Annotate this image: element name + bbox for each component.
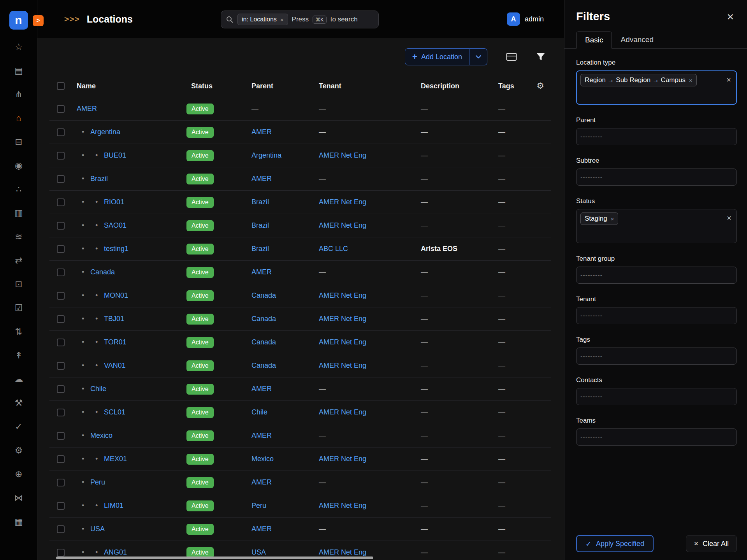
parent-link[interactable]: AMER [251, 385, 272, 393]
location-link[interactable]: testing1 [104, 245, 128, 253]
wireless-icon[interactable]: ≋ [0, 225, 37, 249]
security-icon[interactable]: ☑ [0, 296, 37, 320]
sidebar-expand-button[interactable]: > [33, 15, 44, 26]
column-header-tags[interactable]: Tags [494, 82, 529, 90]
apply-specified-button[interactable]: ✓ Apply Specified [576, 535, 654, 552]
row-checkbox[interactable] [57, 269, 65, 276]
horizontal-scrollbar[interactable] [56, 556, 373, 559]
parent-link[interactable]: Canada [251, 291, 276, 300]
cloud-icon[interactable]: ☁ [0, 367, 37, 391]
location-link[interactable]: TOR01 [104, 338, 127, 346]
column-header-tenant[interactable]: Tenant [314, 82, 416, 90]
lightbulb-icon[interactable]: ◉ [0, 154, 37, 177]
location-link[interactable]: SAO01 [104, 221, 127, 230]
row-checkbox[interactable] [57, 175, 65, 183]
parent-link[interactable]: AMER [251, 478, 272, 486]
integrations-icon[interactable]: ⋈ [0, 486, 37, 510]
table-view-icon[interactable] [506, 53, 517, 61]
row-checkbox[interactable] [57, 152, 65, 160]
row-checkbox[interactable] [57, 292, 65, 300]
parent-link[interactable]: AMER [251, 525, 272, 533]
routing-icon[interactable]: ⇄ [0, 249, 37, 272]
location-link[interactable]: SCL01 [104, 408, 125, 416]
remove-chip-icon[interactable]: × [689, 77, 693, 84]
filter-input-status[interactable]: Staging×× [576, 209, 737, 243]
add-location-button[interactable]: + Add Location [405, 48, 469, 65]
tenant-link[interactable]: AMER Net Eng [319, 502, 366, 510]
column-header-parent[interactable]: Parent [247, 82, 314, 90]
tab-basic[interactable]: Basic [576, 32, 612, 49]
location-link[interactable]: USA [90, 525, 105, 533]
parent-link[interactable]: USA [251, 548, 266, 556]
column-header-name[interactable]: Name [72, 82, 186, 90]
tab-advanced[interactable]: Advanced [612, 32, 662, 48]
tenant-link[interactable]: AMER Net Eng [319, 455, 366, 463]
ipam-icon[interactable]: ▥ [0, 201, 37, 225]
location-link[interactable]: LIM01 [104, 502, 123, 510]
location-link[interactable]: Argentina [90, 128, 120, 136]
location-link[interactable]: TBJ01 [104, 315, 124, 323]
row-checkbox[interactable] [57, 339, 65, 346]
tenant-link[interactable]: AMER Net Eng [319, 362, 366, 370]
topology-icon[interactable]: ⋔ [0, 83, 37, 106]
filter-input-tags[interactable]: --------- [576, 348, 737, 365]
row-checkbox[interactable] [57, 385, 65, 393]
filter-icon[interactable] [536, 53, 545, 61]
validation-icon[interactable]: ✓ [0, 415, 37, 439]
filter-input-teams[interactable]: --------- [576, 428, 737, 446]
rack-icon[interactable]: ▤ [0, 59, 37, 83]
row-checkbox[interactable] [57, 432, 65, 440]
row-checkbox[interactable] [57, 245, 65, 253]
location-link[interactable]: Canada [90, 268, 115, 276]
star-icon[interactable]: ☆ [0, 35, 37, 59]
row-checkbox[interactable] [57, 409, 65, 416]
parent-link[interactable]: AMER [251, 432, 272, 440]
parent-link[interactable]: AMER [251, 175, 272, 183]
migration-icon[interactable]: ⇅ [0, 320, 37, 344]
tenant-link[interactable]: AMER Net Eng [319, 315, 366, 323]
location-link[interactable]: ANG01 [104, 548, 127, 556]
clear-all-button[interactable]: × Clear All [686, 535, 737, 552]
filter-input-location-type[interactable]: Region → Sub Region → Campus×× [576, 70, 737, 105]
search-input[interactable]: in: Locations × Press ⌘K to search [221, 11, 379, 28]
parent-link[interactable]: Chile [251, 408, 267, 416]
parent-link[interactable]: AMER [251, 128, 272, 136]
clear-field-icon[interactable]: × [727, 214, 731, 222]
location-link[interactable]: BUE01 [104, 151, 126, 160]
apps-grid-icon[interactable]: ▦ [0, 510, 37, 534]
row-checkbox[interactable] [57, 479, 65, 486]
location-link[interactable]: Mexico [90, 432, 112, 440]
parent-link[interactable]: AMER [251, 268, 272, 276]
user-menu[interactable]: A admin [507, 0, 544, 38]
parent-link[interactable]: Mexico [251, 455, 274, 463]
location-link[interactable]: VAN01 [104, 362, 126, 370]
row-checkbox[interactable] [57, 105, 65, 113]
settings-icon[interactable]: ⚙ [0, 439, 37, 462]
chip-close-icon[interactable]: × [280, 16, 284, 23]
parent-link[interactable]: Brazil [251, 198, 269, 206]
filter-input-subtree[interactable]: --------- [576, 169, 737, 186]
row-checkbox[interactable] [57, 525, 65, 533]
filter-input-tenant-group[interactable]: --------- [576, 267, 737, 284]
tenant-link[interactable]: AMER Net Eng [319, 291, 366, 300]
cloud-upload-icon[interactable]: ↟ [0, 344, 37, 367]
location-link[interactable]: Chile [90, 385, 106, 393]
tenant-link[interactable]: AMER Net Eng [319, 221, 366, 230]
close-icon[interactable]: × [727, 11, 734, 23]
filter-input-parent[interactable]: --------- [576, 128, 737, 145]
tenant-link[interactable]: AMER Net Eng [319, 151, 366, 160]
location-link[interactable]: Peru [90, 478, 105, 486]
search-scope-chip[interactable]: in: Locations × [237, 14, 288, 25]
filter-input-contacts[interactable]: --------- [576, 388, 737, 405]
parent-link[interactable]: Brazil [251, 221, 269, 230]
location-link[interactable]: AMER [77, 105, 97, 113]
tenant-link[interactable]: AMER Net Eng [319, 408, 366, 416]
clear-field-icon[interactable]: × [726, 76, 731, 84]
table-settings-icon[interactable]: ⚙ [536, 81, 544, 91]
tenant-link[interactable]: AMER Net Eng [319, 338, 366, 346]
tools-icon[interactable]: ⚒ [0, 391, 37, 415]
breadcrumb-chevrons-icon[interactable]: >>> [64, 14, 80, 24]
tenant-link[interactable]: AMER Net Eng [319, 548, 366, 556]
row-checkbox[interactable] [57, 315, 65, 323]
row-checkbox[interactable] [57, 128, 65, 136]
